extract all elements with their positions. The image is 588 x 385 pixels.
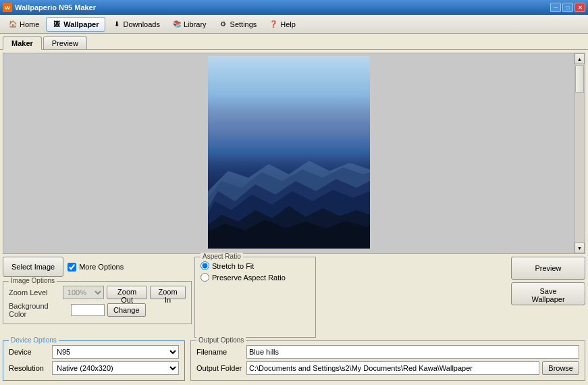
menu-settings[interactable]: ⚙ Settings [213, 18, 263, 31]
tab-preview-label: Preview [52, 39, 78, 47]
menu-help-label: Help [280, 20, 296, 28]
folder-row: Output Folder Browse [196, 361, 579, 375]
image-options-title: Image Options [9, 277, 57, 284]
tab-maker-label: Maker [11, 39, 33, 47]
left-controls: Select Image More Options Image Options … [3, 257, 192, 338]
resolution-row: Resolution Native (240x320) [9, 361, 179, 375]
resolution-select[interactable]: Native (240x320) [52, 361, 179, 375]
preserve-row: Preserve Aspect Ratio [201, 273, 310, 282]
menu-library-label: Library [184, 20, 207, 28]
folder-input[interactable] [246, 361, 539, 375]
preview-area: ▲ ▼ [3, 53, 585, 254]
preview-button[interactable]: Preview [511, 257, 585, 280]
mountain-svg [208, 56, 370, 249]
browse-button[interactable]: Browse [542, 361, 579, 375]
help-icon: ❓ [269, 20, 278, 29]
zoom-select[interactable]: 100% [63, 286, 104, 299]
home-icon: 🏠 [8, 20, 18, 29]
zoom-row: Zoom Level 100% Zoom Out Zoom In [9, 286, 186, 299]
device-label: Device [9, 348, 49, 356]
zoom-label: Zoom Level [9, 288, 60, 297]
preserve-radio[interactable] [201, 273, 209, 282]
scroll-thumb[interactable] [575, 66, 584, 93]
scroll-down-button[interactable]: ▼ [574, 242, 585, 253]
library-icon: 📚 [172, 20, 182, 29]
app-icon: W [3, 3, 12, 12]
preserve-label: Preserve Aspect Ratio [212, 274, 286, 282]
bottom-section: Device Options Device N95 Resolution Nat… [3, 340, 585, 381]
menu-library[interactable]: 📚 Library [167, 18, 212, 31]
more-options-row: More Options [68, 263, 124, 272]
menu-downloads[interactable]: ⬇ Downloads [107, 18, 165, 31]
menu-settings-label: Settings [230, 20, 257, 28]
stretch-row: Stretch to Fit [201, 261, 310, 270]
device-options-group: Device Options Device N95 Resolution Nat… [3, 340, 185, 381]
aspect-ratio-title: Aspect Ratio [201, 253, 243, 260]
menu-help[interactable]: ❓ Help [263, 18, 301, 31]
resolution-label: Resolution [9, 364, 49, 372]
scroll-up-button[interactable]: ▲ [574, 53, 585, 64]
aspect-ratio-group: Aspect Ratio Stretch to Fit Preserve Asp… [194, 257, 316, 338]
filename-row: Filename [196, 345, 579, 359]
controls-area: Select Image More Options Image Options … [3, 257, 585, 338]
preview-scroll[interactable] [3, 53, 574, 253]
minimize-button[interactable]: ─ [550, 3, 561, 12]
filename-label: Filename [196, 348, 244, 356]
menu-home[interactable]: 🏠 Home [3, 18, 45, 31]
titlebar-left: W Wallpaperio N95 Maker [3, 3, 96, 12]
menu-downloads-label: Downloads [124, 20, 160, 28]
menu-wallpaper-label: Wallpaper [63, 20, 99, 28]
window-title: Wallpaperio N95 Maker [15, 3, 96, 11]
titlebar: W Wallpaperio N95 Maker ─ □ ✕ [0, 0, 588, 15]
output-options-group: Output Options Filename Output Folder Br… [190, 340, 585, 381]
save-wallpaper-button[interactable]: Save Wallpaper [511, 282, 585, 305]
device-select[interactable]: N95 [52, 345, 179, 359]
folder-label: Output Folder [196, 364, 244, 372]
maximize-button[interactable]: □ [562, 3, 573, 12]
top-left: Select Image More Options [3, 257, 192, 277]
scroll-track[interactable] [574, 64, 585, 242]
downloads-icon: ⬇ [112, 20, 122, 29]
select-image-button[interactable]: Select Image [3, 257, 63, 277]
more-options-label: More Options [79, 263, 124, 271]
tabbar: Maker Preview [0, 34, 588, 50]
tab-maker[interactable]: Maker [3, 36, 42, 50]
color-box[interactable] [71, 304, 105, 316]
stretch-radio[interactable] [201, 261, 209, 270]
menu-home-label: Home [20, 20, 39, 28]
tab-preview[interactable]: Preview [43, 36, 87, 49]
output-options-title: Output Options [196, 336, 246, 344]
right-controls: Preview Save Wallpaper [511, 257, 585, 338]
zoom-in-button[interactable]: Zoom In [150, 286, 186, 299]
zoom-out-button[interactable]: Zoom Out [107, 286, 147, 299]
scrollbar-right[interactable]: ▲ ▼ [574, 53, 585, 253]
wallpaper-preview [208, 56, 370, 249]
device-options-title: Device Options [9, 336, 59, 344]
settings-icon: ⚙ [219, 20, 228, 29]
image-options-group: Image Options Zoom Level 100% Zoom Out Z… [3, 281, 192, 324]
stretch-label: Stretch to Fit [212, 262, 254, 270]
titlebar-controls: ─ □ ✕ [550, 3, 585, 12]
filename-input[interactable] [246, 345, 579, 359]
wallpaper-icon: 🖼 [52, 20, 61, 29]
device-row: Device N95 [9, 345, 179, 359]
close-button[interactable]: ✕ [574, 3, 585, 12]
more-options-checkbox[interactable] [68, 263, 76, 272]
change-color-button[interactable]: Change [107, 303, 146, 317]
menubar: 🏠 Home 🖼 Wallpaper ⬇ Downloads 📚 Library… [0, 15, 588, 34]
bg-color-label: Background Color [9, 302, 68, 318]
menu-wallpaper[interactable]: 🖼 Wallpaper [46, 17, 105, 32]
bg-color-row: Background Color Change [9, 302, 186, 318]
main-content: ▲ ▼ Select Image More Options Image Opti… [0, 50, 588, 384]
